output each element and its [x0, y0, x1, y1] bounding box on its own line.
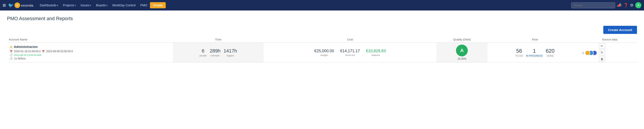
calendar-start-icon: 📅	[10, 50, 13, 53]
dashboards-caret: ▾	[57, 4, 58, 6]
account-name: ⚠ Administracion	[10, 45, 170, 49]
workday-label: WorkDay Control	[112, 3, 136, 7]
people-count: 6 people	[200, 48, 207, 57]
elapsed-time: 1s 563ms	[14, 57, 26, 60]
edit-button[interactable]: ✏	[599, 43, 605, 49]
estimate-val: 289h estimate	[210, 48, 220, 57]
date-end: 2023-09-09 02:00:00.0	[46, 50, 73, 53]
nav-issues[interactable]: Issues ▾	[78, 2, 93, 8]
projects-caret: ▾	[75, 4, 76, 6]
search-input[interactable]	[571, 2, 615, 8]
account-info-cell: ⚠ Administracion 📅 2020-01-18 01:00:00.0…	[7, 43, 173, 63]
settings-icon[interactable]: ⚙	[630, 3, 634, 8]
balance-item: €10,828.83 balance	[366, 49, 386, 56]
create-account-action: Create Account	[7, 26, 637, 34]
quality-cell: A 20.40%	[436, 43, 488, 63]
nav-menu: Dashboards ▾ Projects ▾ Issues ▾ Boards …	[38, 2, 570, 8]
logo-text: excentia	[21, 3, 33, 7]
date-start-row: 📅 2020-01-18 01:00:00.0 📅 2023-09-09 02:…	[10, 50, 170, 53]
nav-projects[interactable]: Projects ▾	[61, 2, 78, 8]
top-navigation: ⊞ 🐦 X excentia Dashboards ▾ Projects ▾ I…	[0, 0, 644, 10]
avatar[interactable]: A	[635, 2, 641, 8]
people-label: people	[200, 54, 207, 57]
elapsed-icon: 🕐	[10, 57, 13, 60]
col-source: Source data	[582, 36, 637, 43]
burntout-item: €14,171.17 burnt-out	[340, 49, 360, 56]
page-content: PMO Assessment and Reports Create Accoun…	[0, 10, 644, 68]
col-time: Time	[173, 36, 264, 43]
balance-label: balance	[372, 54, 380, 56]
inprogress-label: IN PROGRESS	[526, 54, 543, 57]
account-name-text: Administracion	[14, 45, 38, 49]
nav-workday[interactable]: WorkDay Control	[110, 2, 138, 8]
nav-pmo[interactable]: PMO	[138, 2, 150, 8]
help-icon[interactable]: ❓	[624, 3, 628, 8]
col-flow: Flow	[488, 36, 582, 43]
refresh-button[interactable]: ↻	[599, 50, 605, 55]
projects-label: Projects	[63, 3, 74, 7]
topnav-right: 📣 ❓ ⚙ A	[571, 2, 641, 8]
todo-item: 56 TO DO	[515, 48, 523, 57]
burntout-value: €14,171.17	[340, 49, 360, 53]
boards-label: Boards	[96, 3, 106, 7]
time-cell: 6 people 289h estimate 1417h logged	[173, 43, 264, 63]
nav-boards[interactable]: Boards ▾	[94, 2, 110, 8]
cost-values: €25,000.00 budget €14,171.17 burnt-out €…	[264, 49, 436, 56]
grid-icon[interactable]: ⊞	[3, 3, 6, 8]
time-clock-icon: 🕐	[10, 54, 13, 56]
elapsed-row: 🕐 1s 563ms	[10, 57, 170, 60]
issues-caret: ▾	[90, 4, 91, 6]
delete-button[interactable]: 🗑	[599, 56, 605, 62]
page-title: PMO Assessment and Reports	[7, 16, 637, 21]
pmo-label: PMO	[140, 3, 147, 7]
inprogress-number: 1	[533, 48, 536, 54]
calendar-end-icon: 📅	[42, 50, 45, 53]
time-detail-row: 🕐 2023-08-18 13:35:00.459	[10, 54, 170, 56]
megaphone-icon[interactable]: 📣	[617, 3, 622, 8]
time-detail: 2023-08-18 13:35:00.459	[14, 54, 41, 56]
create-button[interactable]: Create	[150, 2, 166, 8]
logged-label: logged	[226, 54, 234, 57]
create-account-button[interactable]: Create Account	[603, 26, 637, 34]
budget-item: €25,000.00 budget	[314, 49, 334, 56]
flow-values: 56 TO DO 1 IN PROGRESS 620 DONE	[488, 48, 582, 57]
source-coins: ℹ	[582, 50, 597, 56]
info-icon: ℹ	[582, 51, 584, 55]
col-account-name: Account Name	[7, 36, 173, 43]
dashboards-label: Dashboards	[40, 3, 56, 7]
time-values: 6 people 289h estimate 1417h logged	[173, 48, 264, 57]
coin-1	[585, 50, 590, 56]
estimate-number: 289h	[210, 48, 220, 54]
warning-icon: ⚠	[10, 45, 12, 49]
logged-val: 1417h logged	[224, 48, 237, 57]
quality-circle: A	[456, 45, 468, 56]
pmo-table: Account Name Time Cost Quality (Debt) Fl…	[7, 36, 637, 63]
done-label: DONE	[546, 54, 554, 57]
todo-number: 56	[516, 48, 522, 54]
logged-number: 1417h	[224, 48, 237, 54]
estimate-label: estimate	[210, 54, 220, 57]
source-cell: ℹ ✏ ↻ 🗑	[582, 43, 637, 63]
inprogress-item: 1 IN PROGRESS	[526, 48, 543, 57]
table-row: ⚠ Administracion 📅 2020-01-18 01:00:00.0…	[7, 43, 637, 63]
nav-dashboards[interactable]: Dashboards ▾	[38, 2, 60, 8]
balance-value: €10,828.83	[366, 49, 386, 53]
flow-cell: 56 TO DO 1 IN PROGRESS 620 DONE	[488, 43, 582, 63]
done-number: 620	[546, 48, 554, 54]
logo-x: X	[14, 2, 20, 8]
source-inner: ℹ ✏ ↻ 🗑	[582, 43, 637, 62]
burntout-label: burnt-out	[345, 54, 355, 56]
todo-label: TO DO	[515, 54, 523, 57]
done-item: 620 DONE	[546, 48, 554, 57]
logo: 🐦 X excentia	[8, 2, 33, 8]
col-cost: Cost	[264, 36, 436, 43]
bird-icon: 🐦	[8, 3, 14, 8]
source-actions: ✏ ↻ 🗑	[599, 43, 605, 62]
col-quality: Quality (Debt)	[436, 36, 488, 43]
issues-label: Issues	[80, 3, 89, 7]
cost-cell: €25,000.00 budget €14,171.17 burnt-out €…	[264, 43, 436, 63]
budget-value: €25,000.00	[314, 49, 334, 53]
budget-label: budget	[320, 54, 328, 56]
boards-caret: ▾	[106, 4, 108, 6]
quality-percentage: 20.40%	[436, 57, 488, 60]
